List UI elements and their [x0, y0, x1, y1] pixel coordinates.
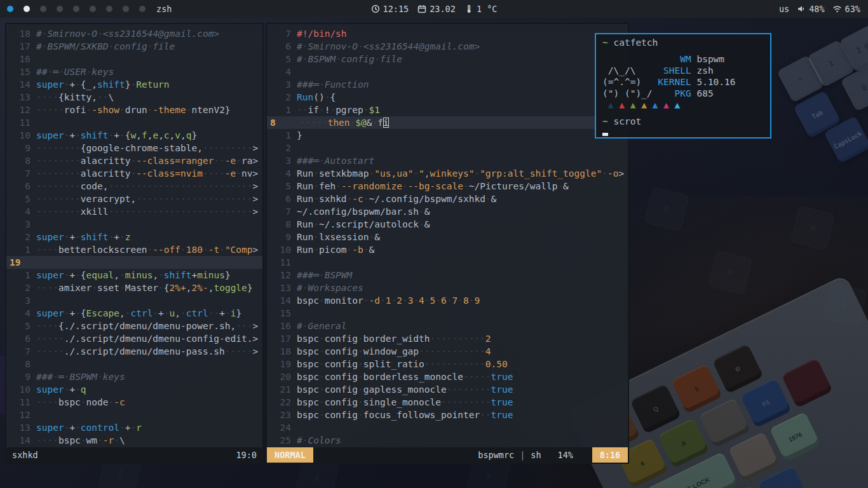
- line-number: 8: [267, 218, 297, 231]
- workspace-dot-9[interactable]: [139, 6, 146, 12]
- line-number: 20: [267, 370, 297, 383]
- statusline-filetype: sh: [531, 450, 541, 460]
- line-number: 17: [6, 40, 36, 53]
- line-number: 15: [267, 307, 297, 320]
- line-number: 3: [6, 294, 36, 307]
- code-line: 2····amixer·sset·Master·{2%+,2%-,toggle}: [6, 281, 262, 294]
- volume-module[interactable]: 48%: [797, 4, 824, 14]
- line-number: 4: [6, 307, 36, 320]
- code-line: 2Run()·{: [267, 91, 628, 104]
- line-number: 14: [6, 434, 36, 447]
- statusline-cursor-position: 8:16: [592, 447, 628, 463]
- code-line: 10Run·picom·-b·&: [267, 243, 628, 256]
- wifi-icon: [832, 4, 842, 13]
- workspace-dot-5[interactable]: [73, 6, 79, 12]
- code-line: 8Run·~/.script/autolock·&: [267, 218, 628, 231]
- line-number: 10: [6, 129, 36, 142]
- code-line: 8: [6, 358, 262, 370]
- line-number: 4: [6, 205, 36, 218]
- fetch-buffer: ~ catfetch WM bspwm /\_/\ SHELL zsh(=^.^…: [602, 37, 764, 139]
- code-line: 7·····./.script/dmenu/dmenu-pass.sh·····…: [6, 345, 262, 358]
- topbar: zsh 12:15 23.02 1 °C us 48%: [0, 0, 868, 18]
- line-number: 2: [6, 281, 36, 294]
- workspace-dot-6[interactable]: [90, 6, 96, 12]
- line-number: 23: [267, 409, 297, 421]
- line-number: 5: [267, 53, 297, 65]
- code-line: 1··if·!·pgrep·$1: [267, 104, 628, 116]
- line-number: 6: [6, 180, 36, 193]
- workspace-dot-4[interactable]: [57, 6, 63, 12]
- desktop: VCRQ5Đ6AF5CAPS LOCK1976CTRLFN WESDXTFGVH…: [0, 0, 868, 488]
- line-number: 2: [6, 231, 36, 243]
- line-number: 8: [6, 358, 36, 370]
- line-number: 8: [267, 116, 300, 129]
- code-line: 18bspc·config·window_gap············4: [267, 345, 628, 358]
- workspace-dot-8[interactable]: [123, 6, 129, 12]
- right-terminal-window[interactable]: 7#!/bin/sh6#·Smirnov-O·<ss2316544@gmail.…: [266, 23, 629, 464]
- left-editor-buffer[interactable]: 18#·Smirnov-O·<ss2316544@gmail.com>17#·B…: [6, 24, 262, 447]
- code-line: 15: [267, 307, 628, 320]
- code-line: 13····{kitty,··\: [6, 91, 262, 104]
- line-number: 5: [6, 193, 36, 205]
- code-line: 3###═·Autostart: [267, 154, 628, 167]
- line-number: 8: [6, 154, 36, 167]
- code-line: 23bspc·config·focus_follows_pointer··tru…: [267, 409, 628, 421]
- statusline-scroll-percent: 14%: [558, 450, 573, 460]
- line-number: 1: [6, 243, 36, 256]
- code-line: 17bspc·config·border_width··········2: [267, 332, 628, 345]
- wifi-module[interactable]: 63%: [832, 4, 860, 14]
- line-number: 14: [6, 78, 36, 91]
- left-terminal-window[interactable]: 18#·Smirnov-O·<ss2316544@gmail.com>17#·B…: [5, 23, 264, 464]
- wifi-text: 63%: [845, 4, 860, 14]
- code-line: 7········alacritty·--class=nvim····-e·nv…: [6, 167, 262, 180]
- line-number: 1: [267, 129, 297, 142]
- line-number: 5: [6, 320, 36, 332]
- cursor-line: 8·····then·$@&·fi: [267, 116, 628, 129]
- workspace-dot-1[interactable]: [7, 6, 13, 12]
- code-line: 16: [6, 53, 262, 65]
- line-number: 18: [267, 345, 297, 358]
- code-line: 24: [267, 421, 628, 434]
- line-number: 2: [267, 142, 297, 154]
- code-line: 25#·Colors: [267, 434, 628, 447]
- code-line: 6········code,··························…: [6, 180, 262, 193]
- workspace-dot-7[interactable]: [106, 6, 112, 12]
- line-number: 3: [267, 78, 297, 91]
- code-line: 7~/.config/bspwm/bar.sh·&: [267, 205, 628, 218]
- workspace-dots: [7, 6, 146, 12]
- code-line: 9Run·lxsession·&: [267, 231, 628, 243]
- code-line: 1super·+·{equal,·minus,·shift+minus}: [6, 269, 262, 281]
- line-number: 1: [6, 269, 36, 281]
- code-line: 20bspc·config·borderless_monocle·····tru…: [267, 370, 628, 383]
- code-line: 21bspc·config·gapless_monocle········tru…: [267, 383, 628, 396]
- clock-icon: [371, 4, 380, 13]
- window-title: zsh: [156, 4, 172, 14]
- code-line: /\_/\ SHELL zsh: [602, 65, 764, 77]
- code-line: 3: [6, 218, 262, 231]
- code-line: 7#!/bin/sh: [267, 27, 628, 40]
- vim-mode-indicator: NORMAL: [267, 447, 313, 463]
- code-line: 3: [6, 294, 262, 307]
- keyboard-layout[interactable]: us: [779, 4, 789, 14]
- line-number: 7: [267, 205, 297, 218]
- code-line: 17#·BSPWM/SXKBD·config·file: [6, 40, 262, 53]
- line-number: 17: [267, 332, 297, 345]
- line-number: 7: [6, 345, 36, 358]
- line-number: 4: [267, 65, 297, 78]
- code-line: 19bspc·config·split_ratio···········0.50: [267, 358, 628, 370]
- code-line: 2super·+·shift·+·z: [6, 231, 262, 243]
- line-number: 22: [267, 396, 297, 409]
- line-number: 12: [267, 269, 297, 281]
- code-line: 9###·═·BSPWM·keys: [6, 370, 262, 383]
- line-number: 7: [267, 27, 297, 40]
- line-number: 24: [267, 421, 297, 434]
- code-line: 3###═·Function: [267, 78, 628, 91]
- right-editor-buffer[interactable]: 7#!/bin/sh6#·Smirnov-O·<ss2316544@gmail.…: [267, 24, 628, 447]
- statusline-filename: bspwmrc: [478, 450, 514, 460]
- fetch-terminal-window[interactable]: ~ catfetch WM bspwm /\_/\ SHELL zsh(=^.^…: [595, 33, 771, 139]
- code-line: ~ catfetch: [602, 37, 764, 49]
- workspace-dot-2[interactable]: [24, 6, 30, 12]
- line-number: 7: [6, 167, 36, 180]
- workspace-dot-3[interactable]: [40, 6, 46, 12]
- line-number: 19: [267, 358, 297, 370]
